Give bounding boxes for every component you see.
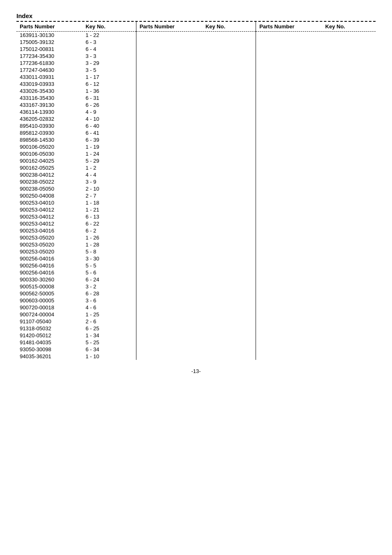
parts-number-cell: 91107-05040: [20, 318, 85, 325]
parts-number-cell: 900250-04008: [20, 193, 85, 199]
parts-number-cell: 433026-35430: [20, 88, 85, 94]
parts-number-cell: 895812-03930: [20, 130, 85, 136]
key-no-cell: 4 - 10: [85, 116, 132, 122]
key-no-cell: 4 - 4: [85, 172, 132, 178]
key-no-cell: 5 - 8: [85, 249, 132, 255]
table-row: 94035-362011 - 10: [16, 353, 136, 360]
key-no-cell: 2 - 6: [85, 318, 132, 325]
index-column-3: Parts NumberKey No.: [256, 22, 376, 360]
table-row: 900250-040082 - 7: [16, 192, 136, 199]
key-no-cell: 3 - 30: [85, 256, 132, 262]
parts-number-cell: 900720-00018: [20, 304, 85, 311]
parts-number-cell: 900238-04012: [20, 172, 85, 178]
table-row: 900162-050251 - 2: [16, 164, 136, 171]
key-no-cell: 3 - 6: [85, 297, 132, 304]
table-row: 91481-040355 - 25: [16, 339, 136, 346]
table-row: 895812-039306 - 41: [16, 129, 136, 136]
col-1-parts-header: Parts Number: [20, 23, 85, 30]
key-no-cell: 6 - 22: [85, 221, 132, 227]
key-no-cell: 1 - 28: [85, 242, 132, 248]
col-header-2: Parts NumberKey No.: [136, 22, 256, 32]
page-number: -13-: [16, 368, 376, 374]
col-1-key-header: Key No.: [85, 23, 132, 30]
table-row: 900603-000053 - 6: [16, 297, 136, 304]
table-row: 900253-050201 - 26: [16, 234, 136, 241]
key-no-cell: 1 - 2: [85, 165, 132, 171]
key-no-cell: 5 - 29: [85, 158, 132, 164]
parts-number-cell: 436205-02832: [20, 116, 85, 122]
key-no-cell: 6 - 3: [85, 39, 132, 45]
key-no-cell: 6 - 2: [85, 228, 132, 234]
parts-number-cell: 175012-00831: [20, 46, 85, 52]
table-row: 900515-000083 - 2: [16, 283, 136, 290]
table-row: 900330-302606 - 24: [16, 276, 136, 283]
key-no-cell: 1 - 22: [85, 32, 132, 38]
parts-number-cell: 177236-61830: [20, 60, 85, 66]
key-no-cell: 5 - 6: [85, 269, 132, 276]
key-no-cell: 6 - 24: [85, 276, 132, 283]
col-2-key-header: Key No.: [205, 23, 252, 30]
parts-number-cell: 433011-03931: [20, 74, 85, 80]
index-column-1: Parts NumberKey No.163911-301301 - 22175…: [16, 22, 136, 360]
parts-number-cell: 900603-00005: [20, 297, 85, 304]
key-no-cell: 1 - 19: [85, 144, 132, 150]
key-no-cell: 4 - 9: [85, 109, 132, 115]
key-no-cell: 6 - 34: [85, 346, 132, 352]
table-row: 900253-050201 - 28: [16, 241, 136, 248]
table-row: 433026-354301 - 36: [16, 88, 136, 94]
parts-number-cell: 93050-30098: [20, 346, 85, 352]
parts-number-cell: 900253-05020: [20, 235, 85, 241]
key-no-cell: 3 - 29: [85, 60, 132, 66]
index-column-2: Parts NumberKey No.: [136, 22, 256, 360]
table-row: 175005-391326 - 3: [16, 39, 136, 46]
parts-number-cell: 900253-04016: [20, 228, 85, 234]
col-3-key-header: Key No.: [325, 23, 372, 30]
parts-number-cell: 900253-05020: [20, 249, 85, 255]
parts-number-cell: 433019-03933: [20, 81, 85, 87]
col-3-parts-header: Parts Number: [259, 23, 325, 30]
table-row: 900256-040165 - 5: [16, 262, 136, 269]
key-no-cell: 6 - 28: [85, 290, 132, 297]
key-no-cell: 6 - 31: [85, 95, 132, 101]
table-row: 93050-300986 - 34: [16, 346, 136, 353]
table-row: 433167-391306 - 26: [16, 101, 136, 108]
table-row: 900720-000184 - 6: [16, 304, 136, 311]
table-row: 900253-040121 - 21: [16, 206, 136, 213]
table-row: 177247-046303 - 5: [16, 67, 136, 74]
table-row: 163911-301301 - 22: [16, 32, 136, 39]
key-no-cell: 1 - 24: [85, 151, 132, 157]
parts-number-cell: 900253-04012: [20, 207, 85, 213]
parts-number-cell: 94035-36201: [20, 353, 85, 359]
parts-number-cell: 163911-30130: [20, 32, 85, 38]
parts-number-cell: 900330-30260: [20, 276, 85, 283]
table-row: 900724-000041 - 25: [16, 311, 136, 318]
table-row: 900106-050301 - 24: [16, 150, 136, 157]
table-row: 900256-040165 - 6: [16, 269, 136, 276]
parts-number-cell: 433167-39130: [20, 102, 85, 108]
table-row: 177236-618303 - 29: [16, 60, 136, 67]
parts-number-cell: 900256-04016: [20, 256, 85, 262]
parts-number-cell: 898568-14530: [20, 137, 85, 143]
table-row: 91420-050121 - 34: [16, 332, 136, 339]
parts-number-cell: 900562-50005: [20, 290, 85, 297]
key-no-cell: 3 - 3: [85, 53, 132, 59]
parts-number-cell: 433116-35430: [20, 95, 85, 101]
parts-number-cell: 900106-05030: [20, 151, 85, 157]
parts-number-cell: 436114-13930: [20, 109, 85, 115]
parts-number-cell: 900253-04012: [20, 214, 85, 220]
table-row: 91318-050326 - 25: [16, 325, 136, 332]
table-row: 175012-008316 - 4: [16, 46, 136, 53]
table-row: 900238-050223 - 9: [16, 178, 136, 185]
parts-number-cell: 900253-04012: [20, 221, 85, 227]
table-row: 900238-050502 - 10: [16, 185, 136, 192]
parts-number-cell: 177247-04630: [20, 67, 85, 73]
parts-number-cell: 177234-35430: [20, 53, 85, 59]
key-no-cell: 3 - 9: [85, 179, 132, 185]
table-row: 91107-050402 - 6: [16, 318, 136, 325]
key-no-cell: 3 - 5: [85, 67, 132, 73]
table-row: 433116-354306 - 31: [16, 94, 136, 101]
parts-number-cell: 900724-00004: [20, 311, 85, 318]
table-row: 900253-050205 - 8: [16, 248, 136, 255]
col-header-1: Parts NumberKey No.: [16, 22, 136, 32]
col-header-3: Parts NumberKey No.: [256, 22, 376, 32]
